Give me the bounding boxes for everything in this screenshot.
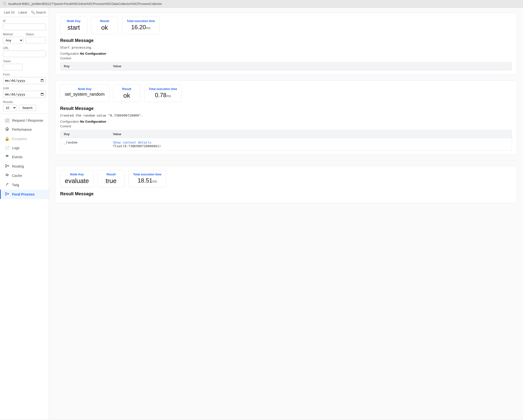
svg-point-15	[5, 194, 6, 195]
node2-key-value: set_system_random	[65, 92, 105, 97]
node3-result-stat: Result true	[97, 170, 124, 187]
node2-key-label: Node Key	[65, 87, 105, 91]
svg-rect-3	[6, 130, 6, 131]
node3-key-label: Node Key	[65, 173, 89, 176]
node3-result-label: Result	[102, 173, 120, 176]
sidebar-item-request-response[interactable]: ⬜ Request / Response	[0, 116, 49, 125]
search-button[interactable]: Search	[19, 105, 36, 111]
sidebar-item-label: Events	[12, 155, 23, 159]
from-label: From	[3, 73, 46, 76]
url-filter-group: URL	[3, 46, 46, 57]
node1-config-value: No Configuration	[80, 52, 106, 55]
from-date-input[interactable]	[3, 77, 46, 84]
node1-exectime-stat: Total execution time 16.20ms	[122, 17, 160, 34]
context-details-link[interactable]: Show context details	[113, 141, 508, 144]
until-label: Until	[3, 87, 46, 90]
sidebar-filters: IP Method Any GET POST PUT DELETE PATCH	[0, 17, 49, 114]
status-input[interactable]	[26, 37, 46, 43]
main-content: Node Key start Result ok Total execution…	[49, 8, 523, 419]
token-input[interactable]	[3, 64, 23, 70]
context-mono-value: float(0.7306990720008961)	[113, 144, 508, 148]
node3-exectime-stat: Total execution time 18.51ms	[128, 170, 166, 187]
node3-key-stat: Node Key evaluate	[60, 170, 94, 187]
sidebar-item-twig[interactable]: Twig	[0, 180, 49, 190]
sidebar-item-routing[interactable]: Routing	[0, 162, 49, 171]
node2-col-key: Key	[64, 132, 113, 136]
node3-result-value: true	[102, 177, 120, 185]
tab-last10[interactable]: Last 10	[3, 10, 15, 15]
node1-col-key: Key	[64, 64, 113, 68]
node2-config-value: No Configuration	[80, 120, 106, 123]
node3-key-value: evaluate	[65, 177, 89, 185]
method-label: Method	[3, 33, 23, 36]
svg-point-7	[5, 164, 6, 165]
node1-result-stat: Result ok	[91, 17, 118, 34]
method-select[interactable]: Any GET POST PUT DELETE PATCH	[3, 37, 23, 44]
node2-exectime-label: Total execution time	[149, 87, 177, 91]
node2-result-label: Result	[118, 87, 136, 91]
svg-rect-4	[7, 129, 7, 131]
node2-context-table: Key Value _random Show context details f…	[60, 130, 512, 151]
svg-line-2	[7, 129, 8, 130]
svg-point-13	[5, 192, 6, 193]
node2-exectime-value: 0.78ms	[149, 92, 177, 99]
chart-icon	[5, 127, 10, 132]
url-label: URL	[3, 46, 46, 50]
status-label: Status	[26, 33, 46, 36]
svg-point-12	[6, 174, 8, 175]
radio-icon	[5, 155, 10, 159]
status-filter-group: Status	[26, 33, 46, 44]
svg-point-14	[8, 193, 9, 194]
node1-key-label: Node Key	[65, 19, 83, 23]
context-key: _random	[64, 141, 113, 148]
sidebar-item-label: Performance	[12, 128, 32, 131]
results-select[interactable]: 10 25 50 100	[3, 105, 17, 111]
node3-exectime-label: Total execution time	[133, 173, 161, 176]
sidebar-tab-bar: Last 10 Latest 🔍 Search	[0, 8, 49, 17]
until-date-input[interactable]	[3, 91, 46, 98]
node1-exectime-value: 16.20ms	[127, 24, 155, 31]
node2-header: Node Key set_system_random Result ok Tot…	[60, 85, 512, 102]
url-input[interactable]	[3, 51, 46, 57]
method-filter-group: Method Any GET POST PUT DELETE PATCH	[3, 33, 23, 44]
node1-context-label: Context	[60, 56, 512, 60]
token-filter-group: Token	[3, 60, 46, 70]
node2-context-header: Key Value	[60, 130, 512, 138]
node2-col-value: Value	[113, 132, 508, 136]
sidebar-item-logs[interactable]: 📄 Logs	[0, 143, 49, 152]
node1-col-value: Value	[113, 64, 508, 68]
node1-exectime-label: Total execution time	[127, 19, 155, 23]
node3-result-message-title: Result Message	[60, 191, 512, 197]
node2-key-stat: Node Key set_system_random	[60, 85, 109, 102]
sidebar-item-exception: 🔒 Exception	[0, 134, 49, 143]
info-icon: ⓘ	[3, 1, 6, 6]
node-card-1: Node Key start Result ok Total execution…	[55, 13, 517, 75]
layers-icon	[5, 173, 10, 178]
feral-process-icon	[5, 192, 10, 197]
search-icon: 🔍	[31, 11, 35, 14]
sidebar-item-performance[interactable]: Performance	[0, 125, 49, 134]
from-filter-group: From	[3, 73, 46, 84]
node1-config-row: Configuration No Configuration	[60, 52, 512, 55]
svg-line-17	[6, 194, 8, 195]
node3-header: Node Key evaluate Result true Total exec…	[60, 170, 512, 187]
node-card-3: Node Key evaluate Result true Total exec…	[55, 166, 517, 203]
node3-exectime-value: 18.51ms	[133, 177, 161, 184]
node1-context-header: Key Value	[60, 62, 512, 70]
tab-latest[interactable]: Latest	[17, 10, 28, 15]
svg-point-6	[7, 156, 8, 157]
until-filter-group: Until	[3, 87, 46, 98]
ip-input[interactable]	[3, 24, 46, 30]
sidebar-item-label: Cache	[12, 174, 22, 178]
sidebar-item-events[interactable]: Events	[0, 152, 49, 162]
lock-icon: 🔒	[5, 136, 10, 141]
browser-icon: ⬜	[5, 118, 10, 123]
tab-search[interactable]: 🔍 Search	[31, 11, 46, 14]
sidebar-item-cache[interactable]: Cache	[0, 171, 49, 180]
node1-result-value: ok	[96, 24, 113, 31]
method-status-row: Method Any GET POST PUT DELETE PATCH Sta…	[3, 33, 46, 44]
url-text: localhost:8081/_profiler/803127?panel=Fe…	[8, 2, 162, 6]
node1-key-value: start	[65, 24, 83, 31]
sidebar-item-feral-process[interactable]: Feral Process	[0, 190, 49, 199]
node1-result-label: Result	[96, 19, 113, 23]
